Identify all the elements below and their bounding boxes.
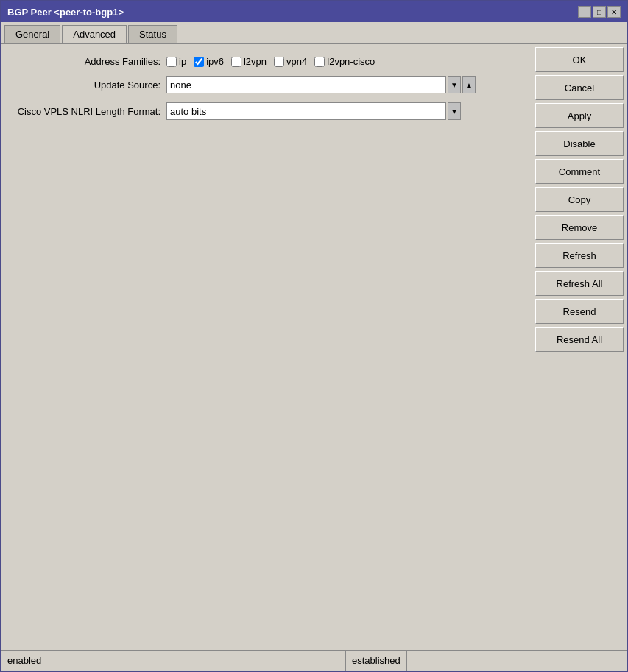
address-families-label: Address Families: — [13, 56, 160, 67]
main-panel: Address Families: ip ipv6 l2vpn — [1, 44, 532, 650]
remove-button[interactable]: Remove — [535, 215, 624, 240]
update-source-dropdown-arrow[interactable]: ▼ — [448, 76, 461, 93]
update-source-select[interactable]: none — [166, 76, 446, 93]
window-controls: — □ ✕ — [578, 6, 621, 18]
minimize-button[interactable]: — — [578, 6, 591, 18]
update-source-label: Update Source: — [13, 79, 160, 91]
apply-button[interactable]: Apply — [535, 103, 624, 128]
disable-button[interactable]: Disable — [535, 131, 624, 156]
side-buttons-panel: OK Cancel Apply Disable Comment Copy Rem… — [532, 44, 627, 650]
checkbox-ip[interactable] — [166, 57, 177, 67]
update-source-wrapper: none ▼ ▲ — [166, 76, 476, 93]
checkbox-vpn4-label[interactable]: vpn4 — [274, 56, 307, 67]
tab-status[interactable]: Status — [128, 25, 177, 43]
checkbox-group: ip ipv6 l2vpn vpn4 — [166, 56, 375, 67]
checkbox-ip-label[interactable]: ip — [166, 56, 186, 67]
cisco-vpls-dropdown-arrow[interactable]: ▼ — [448, 102, 461, 120]
checkbox-vpn4-text: vpn4 — [286, 56, 307, 67]
resend-button[interactable]: Resend — [535, 299, 624, 324]
tab-advanced[interactable]: Advanced — [62, 25, 127, 43]
cancel-button[interactable]: Cancel — [535, 75, 624, 100]
main-window: BGP Peer <peer-to-bgp1> — □ ✕ General Ad… — [0, 0, 628, 672]
checkbox-l2vpn[interactable] — [231, 57, 241, 67]
checkbox-ip-text: ip — [179, 56, 186, 67]
window-body: General Advanced Status Address Families… — [1, 22, 627, 671]
copy-button[interactable]: Copy — [535, 187, 624, 212]
status-right: established — [346, 651, 407, 671]
tabs-bar: General Advanced Status — [1, 22, 627, 43]
cisco-vpls-select[interactable]: auto bits — [166, 102, 446, 120]
cisco-vpls-wrapper: auto bits ▼ — [166, 102, 461, 120]
content-area: Address Families: ip ipv6 l2vpn — [1, 43, 627, 650]
checkbox-l2vpn-cisco-text: l2vpn-cisco — [327, 56, 375, 67]
checkbox-l2vpn-text: l2vpn — [244, 56, 267, 67]
cisco-vpls-row: Cisco VPLS NLRI Length Format: auto bits… — [13, 102, 521, 120]
window-title: BGP Peer <peer-to-bgp1> — [7, 7, 124, 18]
checkbox-l2vpn-cisco-label[interactable]: l2vpn-cisco — [314, 56, 375, 67]
update-source-row: Update Source: none ▼ ▲ — [13, 76, 521, 93]
resend-all-button[interactable]: Resend All — [535, 327, 624, 352]
status-left: enabled — [1, 651, 346, 671]
maximize-button[interactable]: □ — [593, 6, 606, 18]
address-families-row: Address Families: ip ipv6 l2vpn — [13, 56, 521, 67]
checkbox-vpn4[interactable] — [274, 57, 284, 67]
title-bar: BGP Peer <peer-to-bgp1> — □ ✕ — [1, 1, 627, 22]
close-button[interactable]: ✕ — [607, 6, 621, 18]
refresh-button[interactable]: Refresh — [535, 243, 624, 268]
update-source-up-arrow[interactable]: ▲ — [462, 76, 476, 93]
checkbox-ipv6[interactable] — [194, 57, 204, 67]
checkbox-ipv6-label[interactable]: ipv6 — [194, 56, 224, 67]
ok-button[interactable]: OK — [535, 47, 624, 72]
checkbox-ipv6-text: ipv6 — [206, 56, 224, 67]
checkbox-l2vpn-cisco[interactable] — [314, 57, 325, 67]
cisco-vpls-label: Cisco VPLS NLRI Length Format: — [13, 106, 160, 117]
tab-general[interactable]: General — [4, 25, 60, 43]
comment-button[interactable]: Comment — [535, 159, 624, 184]
checkbox-l2vpn-label[interactable]: l2vpn — [231, 56, 267, 67]
status-bar: enabled established — [1, 650, 627, 671]
refresh-all-button[interactable]: Refresh All — [535, 271, 624, 296]
